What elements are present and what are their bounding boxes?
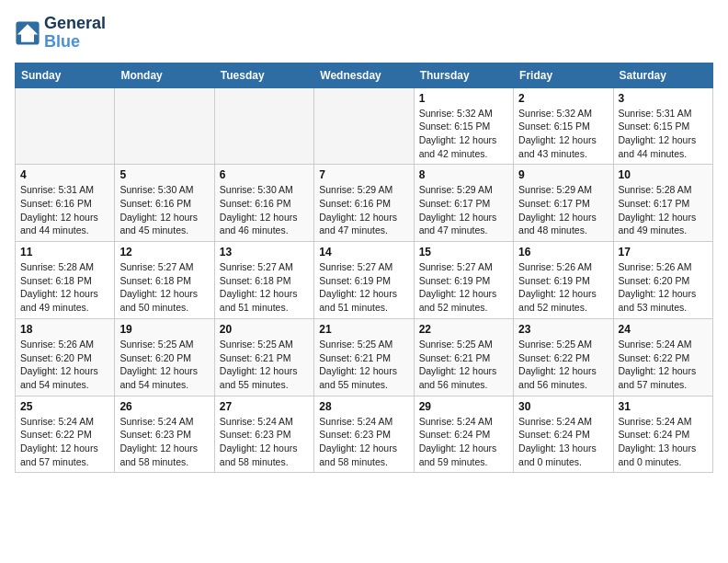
day-info: Sunrise: 5:32 AMSunset: 6:15 PMDaylight:… bbox=[518, 107, 608, 161]
day-number: 11 bbox=[20, 246, 109, 259]
calendar-day-cell bbox=[214, 87, 313, 165]
day-info: Sunrise: 5:27 AMSunset: 6:19 PMDaylight:… bbox=[419, 260, 508, 315]
calendar-week-row: 1Sunrise: 5:32 AMSunset: 6:15 PMDaylight… bbox=[16, 87, 713, 165]
calendar-week-row: 11Sunrise: 5:28 AMSunset: 6:18 PMDayligh… bbox=[16, 242, 713, 319]
day-number: 26 bbox=[119, 400, 209, 413]
day-number: 6 bbox=[220, 168, 309, 181]
calendar-day-cell: 6Sunrise: 5:30 AMSunset: 6:16 PMDaylight… bbox=[214, 165, 313, 242]
calendar-day-cell bbox=[314, 87, 414, 165]
day-number: 10 bbox=[619, 168, 708, 181]
calendar-day-cell: 3Sunrise: 5:31 AMSunset: 6:15 PMDaylight… bbox=[613, 87, 712, 165]
day-info: Sunrise: 5:24 AMSunset: 6:22 PMDaylight:… bbox=[20, 415, 109, 469]
calendar-day-cell: 21Sunrise: 5:25 AMSunset: 6:21 PMDayligh… bbox=[314, 318, 414, 396]
day-info: Sunrise: 5:31 AMSunset: 6:15 PMDaylight:… bbox=[619, 107, 708, 161]
day-info: Sunrise: 5:30 AMSunset: 6:16 PMDaylight:… bbox=[119, 183, 209, 237]
calendar-week-row: 25Sunrise: 5:24 AMSunset: 6:22 PMDayligh… bbox=[16, 396, 713, 473]
day-info: Sunrise: 5:25 AMSunset: 6:22 PMDaylight:… bbox=[518, 338, 608, 392]
calendar-day-cell: 7Sunrise: 5:29 AMSunset: 6:16 PMDaylight… bbox=[314, 165, 414, 242]
calendar-day-cell: 29Sunrise: 5:24 AMSunset: 6:24 PMDayligh… bbox=[414, 396, 513, 473]
day-info: Sunrise: 5:27 AMSunset: 6:18 PMDaylight:… bbox=[119, 260, 209, 315]
day-info: Sunrise: 5:24 AMSunset: 6:23 PMDaylight:… bbox=[220, 415, 309, 469]
day-number: 20 bbox=[220, 323, 309, 336]
day-number: 28 bbox=[319, 400, 408, 413]
day-info: Sunrise: 5:30 AMSunset: 6:16 PMDaylight:… bbox=[220, 183, 309, 237]
day-number: 1 bbox=[419, 92, 508, 105]
day-number: 3 bbox=[619, 92, 708, 105]
day-number: 19 bbox=[119, 323, 209, 336]
day-info: Sunrise: 5:25 AMSunset: 6:21 PMDaylight:… bbox=[319, 338, 408, 392]
weekday-header-cell: Friday bbox=[514, 63, 613, 87]
day-info: Sunrise: 5:25 AMSunset: 6:20 PMDaylight:… bbox=[119, 338, 209, 392]
calendar-day-cell: 2Sunrise: 5:32 AMSunset: 6:15 PMDaylight… bbox=[514, 87, 613, 165]
calendar-day-cell: 16Sunrise: 5:26 AMSunset: 6:19 PMDayligh… bbox=[514, 242, 613, 319]
calendar-day-cell: 22Sunrise: 5:25 AMSunset: 6:21 PMDayligh… bbox=[414, 318, 513, 396]
day-number: 23 bbox=[518, 323, 608, 336]
calendar-day-cell: 12Sunrise: 5:27 AMSunset: 6:18 PMDayligh… bbox=[115, 242, 214, 319]
day-number: 24 bbox=[619, 323, 708, 336]
calendar-day-cell: 9Sunrise: 5:29 AMSunset: 6:17 PMDaylight… bbox=[514, 165, 613, 242]
day-number: 8 bbox=[419, 168, 508, 181]
day-info: Sunrise: 5:28 AMSunset: 6:17 PMDaylight:… bbox=[619, 183, 708, 237]
day-info: Sunrise: 5:28 AMSunset: 6:18 PMDaylight:… bbox=[20, 260, 109, 315]
weekday-header-cell: Tuesday bbox=[214, 63, 313, 87]
calendar-day-cell: 14Sunrise: 5:27 AMSunset: 6:19 PMDayligh… bbox=[314, 242, 414, 319]
calendar-day-cell: 24Sunrise: 5:24 AMSunset: 6:22 PMDayligh… bbox=[613, 318, 712, 396]
calendar-day-cell: 27Sunrise: 5:24 AMSunset: 6:23 PMDayligh… bbox=[214, 396, 313, 473]
day-info: Sunrise: 5:32 AMSunset: 6:15 PMDaylight:… bbox=[419, 107, 508, 161]
day-number: 2 bbox=[518, 92, 608, 105]
weekday-header-cell: Thursday bbox=[414, 63, 513, 87]
day-info: Sunrise: 5:25 AMSunset: 6:21 PMDaylight:… bbox=[220, 338, 309, 392]
day-number: 14 bbox=[319, 246, 408, 259]
calendar-day-cell: 31Sunrise: 5:24 AMSunset: 6:24 PMDayligh… bbox=[613, 396, 712, 473]
calendar-week-row: 18Sunrise: 5:26 AMSunset: 6:20 PMDayligh… bbox=[16, 318, 713, 396]
calendar-day-cell: 19Sunrise: 5:25 AMSunset: 6:20 PMDayligh… bbox=[115, 318, 214, 396]
calendar-day-cell: 1Sunrise: 5:32 AMSunset: 6:15 PMDaylight… bbox=[414, 87, 513, 165]
day-number: 17 bbox=[619, 246, 708, 259]
calendar-day-cell: 10Sunrise: 5:28 AMSunset: 6:17 PMDayligh… bbox=[613, 165, 712, 242]
day-number: 29 bbox=[419, 400, 508, 413]
weekday-header-cell: Saturday bbox=[613, 63, 712, 87]
day-info: Sunrise: 5:29 AMSunset: 6:17 PMDaylight:… bbox=[518, 183, 608, 237]
calendar-day-cell bbox=[115, 87, 214, 165]
calendar-day-cell: 20Sunrise: 5:25 AMSunset: 6:21 PMDayligh… bbox=[214, 318, 313, 396]
day-number: 13 bbox=[220, 246, 309, 259]
calendar-day-cell: 26Sunrise: 5:24 AMSunset: 6:23 PMDayligh… bbox=[115, 396, 214, 473]
day-info: Sunrise: 5:24 AMSunset: 6:23 PMDaylight:… bbox=[319, 415, 408, 469]
day-info: Sunrise: 5:29 AMSunset: 6:16 PMDaylight:… bbox=[319, 183, 408, 237]
calendar-day-cell: 28Sunrise: 5:24 AMSunset: 6:23 PMDayligh… bbox=[314, 396, 414, 473]
day-number: 5 bbox=[119, 168, 209, 181]
day-info: Sunrise: 5:26 AMSunset: 6:19 PMDaylight:… bbox=[518, 260, 608, 315]
day-number: 18 bbox=[20, 323, 109, 336]
logo-text-line2: Blue bbox=[44, 33, 106, 52]
calendar-day-cell: 18Sunrise: 5:26 AMSunset: 6:20 PMDayligh… bbox=[16, 318, 115, 396]
logo-icon bbox=[15, 20, 40, 46]
day-number: 15 bbox=[419, 246, 508, 259]
calendar-day-cell: 15Sunrise: 5:27 AMSunset: 6:19 PMDayligh… bbox=[414, 242, 513, 319]
day-number: 16 bbox=[518, 246, 608, 259]
day-number: 4 bbox=[20, 168, 109, 181]
day-info: Sunrise: 5:24 AMSunset: 6:24 PMDaylight:… bbox=[619, 415, 708, 469]
logo-text-line1: General bbox=[44, 15, 106, 33]
day-info: Sunrise: 5:31 AMSunset: 6:16 PMDaylight:… bbox=[20, 183, 109, 237]
calendar-body: 1Sunrise: 5:32 AMSunset: 6:15 PMDaylight… bbox=[16, 87, 713, 473]
calendar-week-row: 4Sunrise: 5:31 AMSunset: 6:16 PMDaylight… bbox=[16, 165, 713, 242]
calendar-day-cell: 25Sunrise: 5:24 AMSunset: 6:22 PMDayligh… bbox=[16, 396, 115, 473]
calendar-day-cell: 4Sunrise: 5:31 AMSunset: 6:16 PMDaylight… bbox=[16, 165, 115, 242]
weekday-header-cell: Sunday bbox=[16, 63, 115, 87]
weekday-header-row: SundayMondayTuesdayWednesdayThursdayFrid… bbox=[16, 63, 713, 87]
day-info: Sunrise: 5:27 AMSunset: 6:18 PMDaylight:… bbox=[220, 260, 309, 315]
calendar-day-cell: 5Sunrise: 5:30 AMSunset: 6:16 PMDaylight… bbox=[115, 165, 214, 242]
calendar-day-cell: 30Sunrise: 5:24 AMSunset: 6:24 PMDayligh… bbox=[514, 396, 613, 473]
calendar-day-cell: 13Sunrise: 5:27 AMSunset: 6:18 PMDayligh… bbox=[214, 242, 313, 319]
weekday-header-cell: Monday bbox=[115, 63, 214, 87]
day-info: Sunrise: 5:26 AMSunset: 6:20 PMDaylight:… bbox=[20, 338, 109, 392]
day-info: Sunrise: 5:26 AMSunset: 6:20 PMDaylight:… bbox=[619, 260, 708, 315]
day-number: 31 bbox=[619, 400, 708, 413]
day-number: 30 bbox=[518, 400, 608, 413]
calendar-day-cell: 11Sunrise: 5:28 AMSunset: 6:18 PMDayligh… bbox=[16, 242, 115, 319]
day-info: Sunrise: 5:24 AMSunset: 6:24 PMDaylight:… bbox=[419, 415, 508, 469]
page-header: General Blue bbox=[15, 15, 713, 52]
calendar-day-cell bbox=[16, 87, 115, 165]
day-number: 12 bbox=[119, 246, 209, 259]
day-number: 21 bbox=[319, 323, 408, 336]
